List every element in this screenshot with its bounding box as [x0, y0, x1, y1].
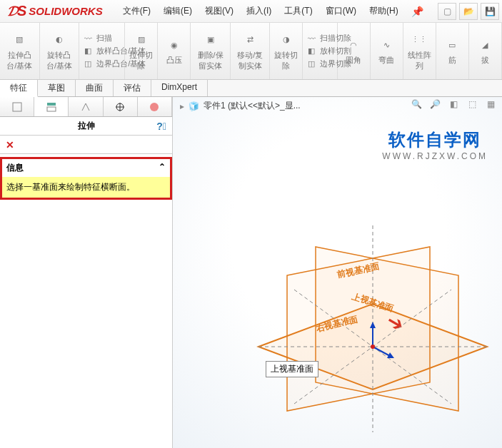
- ribbon-extrude-cut[interactable]: ▨ 拉伸切除: [125, 23, 158, 79]
- panel-help-icon[interactable]: ?⃝: [156, 121, 166, 132]
- panel-tab-config[interactable]: [69, 97, 103, 116]
- move-copy-icon: ⇄: [241, 31, 258, 49]
- tab-sketch[interactable]: 草图: [38, 80, 76, 96]
- pin-icon[interactable]: 📌: [411, 6, 423, 17]
- ribbon-flex[interactable]: ∿ 弯曲: [371, 23, 403, 79]
- info-header-text: 信息: [6, 162, 24, 174]
- ribbon-move-copy[interactable]: ⇄ 移动/复制实体: [231, 23, 271, 79]
- panel-tab-strip: [0, 97, 172, 117]
- panel-tab-appearance[interactable]: [138, 97, 172, 116]
- ribbon-sweep[interactable]: 〰扫描: [82, 33, 112, 44]
- revolve-cut-icon: ◑: [278, 31, 295, 49]
- ribbon-revolve-boss[interactable]: ◐ 旋转凸台/基体: [40, 23, 80, 79]
- info-header[interactable]: 信息 ⌃: [2, 159, 170, 177]
- boundary-icon: ◫: [82, 58, 94, 70]
- workspace: 拉伸 ?⃝ ✕ 信息 ⌃ 选择一基准面来绘制特征横断面。 ▸ 🧊 零件1 (默认…: [0, 97, 502, 448]
- ribbon-rib[interactable]: ▭ 筋: [436, 23, 469, 79]
- draft-icon: ◢: [476, 36, 493, 54]
- collapse-icon[interactable]: ⌃: [159, 162, 166, 174]
- fillet-icon: ◠: [345, 36, 362, 54]
- reference-planes[interactable]: [230, 183, 501, 439]
- extrude-boss-icon: ▧: [11, 31, 28, 49]
- zoom-fit-icon[interactable]: 🔍: [409, 97, 423, 111]
- plane-tooltip: 上视基准面: [266, 361, 318, 377]
- sweep-icon: 〰: [82, 33, 94, 44]
- qat-new-button[interactable]: ▢: [438, 3, 456, 20]
- watermark-cn: 软件自学网: [382, 128, 488, 151]
- ribbon-press[interactable]: ◉ 凸压: [158, 23, 191, 79]
- menu-file[interactable]: 文件(F): [117, 2, 156, 20]
- display-style-icon[interactable]: ▦: [483, 97, 498, 111]
- panel-tab-dim[interactable]: [104, 97, 138, 116]
- breadcrumb-arrow-icon[interactable]: ▸: [180, 101, 184, 111]
- panel-tab-property[interactable]: [34, 97, 69, 116]
- menu-tools[interactable]: 工具(T): [278, 2, 318, 20]
- watermark: 软件自学网 WWW.RJZXW.COM: [382, 128, 488, 161]
- ribbon-fillet[interactable]: ◠ 圆角: [338, 23, 371, 79]
- delete-keep-icon: ▣: [202, 31, 219, 49]
- revolve-boss-icon: ◐: [51, 31, 68, 49]
- menu-help[interactable]: 帮助(H): [363, 2, 404, 20]
- qat-save-button[interactable]: 💾: [481, 3, 499, 20]
- ribbon: ▧ 拉伸凸台/基体 ◐ 旋转凸台/基体 〰扫描 ◧放样凸台/基体 ◫边界凸台/基…: [0, 23, 502, 80]
- svg-rect-0: [13, 103, 21, 111]
- loft-cut-icon: ◧: [306, 46, 317, 57]
- panel-action-row: ✕: [0, 136, 172, 154]
- breadcrumb-part-name[interactable]: 零件1 (默认<<默认>_显...: [204, 100, 301, 112]
- origin-point[interactable]: [371, 345, 375, 349]
- ribbon-extrude-boss[interactable]: ▧ 拉伸凸台/基体: [0, 23, 40, 79]
- ribbon-delete-keep[interactable]: ▣ 删除/保留实体: [191, 23, 231, 79]
- ribbon-linear-pattern[interactable]: ⋮⋮ 线性阵列: [403, 23, 436, 79]
- watermark-url: WWW.RJZXW.COM: [382, 151, 488, 161]
- loft-icon: ◧: [82, 46, 94, 57]
- app-logo: 𝓓S SOLIDWORKS: [0, 3, 110, 19]
- flex-icon: ∿: [378, 36, 395, 54]
- heads-up-toolbar: 🔍 🔎 ◧ ⬚ ▦: [409, 97, 498, 111]
- app-name: SOLIDWORKS: [29, 5, 102, 17]
- zoom-area-icon[interactable]: 🔎: [428, 97, 442, 111]
- title-bar: 𝓓S SOLIDWORKS 文件(F) 编辑(E) 视图(V) 插入(I) 工具…: [0, 0, 502, 23]
- panel-tab-feature-tree[interactable]: [0, 97, 34, 116]
- view-orient-icon[interactable]: ⬚: [465, 97, 479, 111]
- menu-edit[interactable]: 编辑(E): [158, 2, 198, 20]
- info-message: 选择一基准面来绘制特征横断面。: [2, 177, 170, 198]
- ribbon-cut-group: 〰扫描切除 ◧放样切割 ◫边界切除: [303, 23, 338, 79]
- sweep-cut-icon: 〰: [306, 33, 317, 44]
- breadcrumb: ▸ 🧊 零件1 (默认<<默认>_显...: [180, 100, 301, 112]
- info-box: 信息 ⌃ 选择一基准面来绘制特征横断面。: [0, 157, 172, 200]
- menu-insert[interactable]: 插入(I): [241, 2, 277, 20]
- quick-access-toolbar: ▢ 📂 💾: [438, 3, 499, 20]
- menu-bar: 文件(F) 编辑(E) 视图(V) 插入(I) 工具(T) 窗口(W) 帮助(H…: [117, 2, 404, 20]
- ribbon-draft[interactable]: ◢ 拔: [469, 23, 502, 79]
- panel-title-bar: 拉伸 ?⃝: [0, 117, 172, 136]
- feature-manager-panel: 拉伸 ?⃝ ✕ 信息 ⌃ 选择一基准面来绘制特征横断面。: [0, 97, 173, 448]
- press-icon: ◉: [166, 36, 183, 54]
- tab-evaluate[interactable]: 评估: [114, 80, 151, 96]
- menu-view[interactable]: 视图(V): [199, 2, 239, 20]
- rib-icon: ▭: [443, 36, 461, 54]
- command-tabs: 特征 草图 曲面 评估 DimXpert: [0, 80, 502, 97]
- panel-title-text: 拉伸: [78, 120, 95, 132]
- graphics-viewport[interactable]: ▸ 🧊 零件1 (默认<<默认>_显... 🔍 🔎 ◧ ⬚ ▦ 软件自学网 WW…: [173, 97, 502, 448]
- cancel-button[interactable]: ✕: [6, 139, 14, 151]
- ribbon-revolve-cut[interactable]: ◑ 旋转切除: [270, 23, 303, 79]
- logo-ds-icon: 𝓓S: [7, 3, 26, 19]
- part-icon: 🧊: [189, 101, 199, 111]
- svg-rect-2: [47, 107, 56, 111]
- section-view-icon[interactable]: ◧: [446, 97, 461, 111]
- extrude-cut-icon: ▨: [133, 31, 150, 49]
- boundary-cut-icon: ◫: [306, 58, 317, 70]
- tab-dimxpert[interactable]: DimXpert: [151, 80, 208, 96]
- tab-surface[interactable]: 曲面: [76, 80, 114, 96]
- qat-open-button[interactable]: 📂: [459, 3, 478, 20]
- svg-point-6: [150, 103, 159, 111]
- menu-window[interactable]: 窗口(W): [320, 2, 362, 20]
- linear-pattern-icon: ⋮⋮: [411, 31, 428, 49]
- ribbon-sweep-group: 〰扫描 ◧放样凸台/基体 ◫边界凸台/基体: [79, 23, 125, 79]
- svg-rect-1: [47, 103, 56, 106]
- tab-features[interactable]: 特征: [0, 80, 38, 97]
